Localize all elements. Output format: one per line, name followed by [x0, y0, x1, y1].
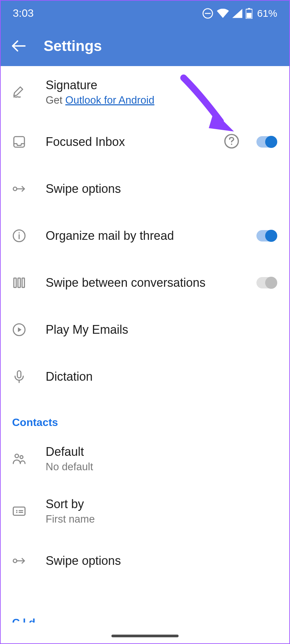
svg-rect-23	[13, 507, 25, 516]
setting-signature[interactable]: Signature Get Outlook for Android	[1, 66, 289, 118]
signature-sub: Get Outlook for Android	[46, 94, 276, 106]
svg-rect-15	[18, 278, 20, 287]
organize-thread-toggle[interactable]	[256, 230, 276, 241]
svg-point-21	[15, 454, 19, 458]
signature-icon	[12, 85, 26, 99]
id-card-icon	[12, 504, 26, 518]
play-emails-title: Play My Emails	[46, 323, 276, 337]
help-icon[interactable]	[224, 133, 240, 151]
back-arrow-icon[interactable]	[11, 39, 26, 53]
outlook-android-link[interactable]: Outlook for Android	[65, 94, 154, 106]
swipe-options-title: Swipe options	[46, 182, 276, 196]
swipe-arrow-icon	[12, 554, 26, 568]
setting-focused-inbox[interactable]: Focused Inbox	[1, 118, 289, 165]
status-bar: 3:03 61%	[1, 1, 289, 26]
battery-percent: 61%	[257, 8, 277, 19]
app-bar: Settings	[1, 26, 289, 66]
setting-swipe-options[interactable]: Swipe options	[1, 165, 289, 212]
svg-rect-4	[247, 13, 251, 18]
setting-contacts-default[interactable]: Default No default	[1, 433, 289, 485]
svg-rect-16	[22, 278, 25, 287]
organize-thread-title: Organize mail by thread	[46, 229, 256, 243]
page-title: Settings	[44, 38, 102, 54]
setting-contacts-swipe[interactable]: Swipe options	[1, 537, 289, 584]
svg-point-24	[16, 510, 17, 511]
signature-title: Signature	[46, 78, 276, 92]
battery-icon	[246, 8, 252, 19]
contacts-default-sub: No default	[46, 461, 276, 473]
svg-rect-3	[248, 8, 250, 9]
columns-icon	[12, 276, 26, 290]
swipe-arrow-icon	[12, 182, 26, 196]
svg-rect-14	[14, 278, 16, 287]
swipe-conv-title: Swipe between conversations	[46, 276, 256, 290]
svg-point-13	[18, 232, 20, 234]
settings-list: Signature Get Outlook for Android Focuse…	[1, 66, 289, 584]
focused-inbox-title: Focused Inbox	[46, 135, 224, 149]
svg-point-9	[13, 187, 17, 191]
status-time: 3:03	[13, 7, 34, 19]
people-icon	[12, 452, 26, 466]
svg-point-25	[16, 512, 17, 513]
dictation-title: Dictation	[46, 370, 276, 384]
svg-point-28	[13, 559, 17, 563]
svg-point-8	[231, 144, 232, 145]
inbox-icon	[12, 135, 26, 149]
swipe-conv-toggle[interactable]	[256, 277, 276, 288]
wifi-icon	[217, 9, 229, 18]
nav-handle[interactable]	[111, 635, 179, 637]
contacts-default-title: Default	[46, 445, 276, 459]
svg-rect-19	[17, 371, 21, 378]
contacts-sortby-sub: First name	[46, 513, 276, 525]
info-icon	[12, 229, 26, 243]
setting-swipe-conversations[interactable]: Swipe between conversations	[1, 259, 289, 306]
svg-marker-18	[18, 327, 22, 332]
setting-organize-thread[interactable]: Organize mail by thread	[1, 212, 289, 259]
mic-icon	[12, 370, 26, 384]
svg-point-22	[20, 455, 23, 459]
section-calendar-peek: C l d	[12, 616, 35, 623]
signal-icon	[232, 9, 242, 18]
setting-contacts-sortby[interactable]: Sort by First name	[1, 485, 289, 537]
play-icon	[12, 323, 26, 337]
contacts-sortby-title: Sort by	[46, 497, 276, 511]
status-icons: 61%	[202, 8, 277, 19]
focused-inbox-toggle[interactable]	[256, 136, 276, 148]
dnd-icon	[202, 8, 213, 19]
contacts-swipe-title: Swipe options	[46, 554, 276, 568]
setting-dictation[interactable]: Dictation	[1, 353, 289, 400]
setting-play-emails[interactable]: Play My Emails	[1, 306, 289, 353]
section-contacts: Contacts	[1, 400, 289, 433]
